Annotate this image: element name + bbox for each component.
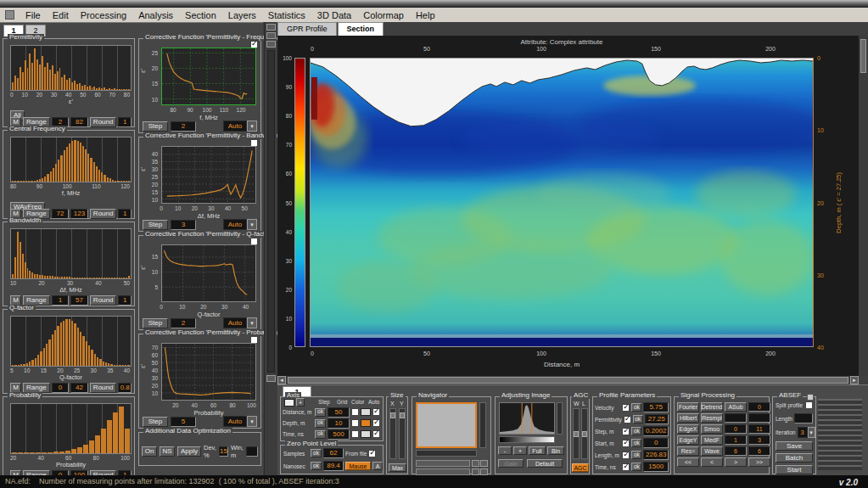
ok-button[interactable]: ok: [631, 427, 641, 435]
auto-checkbox[interactable]: [372, 419, 380, 427]
range-max-field[interactable]: 123: [70, 209, 88, 219]
scrollbar-thumb[interactable]: [860, 39, 866, 73]
add-axis-button[interactable]: +: [296, 398, 305, 407]
signal-edgey-button[interactable]: EdgeY: [677, 435, 699, 445]
apply-button[interactable]: Apply: [177, 446, 201, 457]
menu-statistics[interactable]: Statistics: [262, 9, 311, 21]
parameter-value-field[interactable]: 5.75: [643, 402, 669, 412]
vertical-scrollbar[interactable]: [267, 50, 275, 373]
ok-button[interactable]: ok: [631, 451, 641, 459]
navigator-vscroll[interactable]: [479, 402, 486, 448]
signal-value-field[interactable]: 6: [725, 446, 747, 456]
nanosec-field[interactable]: 89.4: [323, 461, 344, 471]
navigator-slider-button[interactable]: [472, 460, 479, 467]
round-button[interactable]: Round: [90, 209, 117, 219]
axis-color-swatch[interactable]: [361, 408, 371, 416]
step-field[interactable]: 5: [171, 417, 196, 427]
round-field[interactable]: 0.8: [118, 383, 132, 393]
signal-btn-button[interactable]: >: [725, 457, 747, 467]
strip-button[interactable]: [266, 32, 276, 39]
tab-gpr-profile[interactable]: GPR Profile: [277, 22, 337, 36]
signal-hilbert-button[interactable]: Hilbert: [677, 413, 699, 423]
menu-layers[interactable]: Layers: [222, 9, 262, 21]
on-button[interactable]: On: [142, 446, 157, 457]
signal-btn-button[interactable]: <<: [677, 457, 699, 467]
agc-l-slider[interactable]: [581, 408, 588, 459]
auto-combo[interactable]: Auto ▾: [223, 416, 257, 427]
signal-value-field[interactable]: 0: [748, 402, 770, 412]
round-field[interactable]: 1: [118, 209, 132, 219]
horizontal-scrollbar[interactable]: ◄ ►: [277, 376, 859, 384]
menu-processing[interactable]: Processing: [75, 9, 132, 21]
parameter-checkbox[interactable]: [622, 428, 630, 435]
tab-section[interactable]: Section: [338, 22, 384, 36]
menu-analysis[interactable]: Analysis: [132, 9, 179, 21]
signal-value-field[interactable]: 11: [748, 424, 770, 434]
save-button[interactable]: Save: [776, 441, 813, 451]
parameter-value-field[interactable]: 226.83: [643, 450, 669, 460]
step-field[interactable]: 3: [171, 220, 196, 230]
axis-color-swatch[interactable]: [284, 399, 294, 407]
signal-value-field[interactable]: 1: [725, 435, 747, 445]
ok-button[interactable]: ok: [311, 449, 322, 457]
menu-3d-data[interactable]: 3D Data: [311, 9, 357, 21]
axis-color-swatch[interactable]: [361, 430, 371, 438]
range-max-field[interactable]: 42: [70, 383, 88, 393]
scrollbar-thumb[interactable]: [288, 377, 848, 384]
start-button[interactable]: Start: [776, 465, 813, 474]
split-profile-checkbox[interactable]: [805, 401, 813, 409]
range-min-field[interactable]: 72: [52, 209, 70, 219]
chevron-down-icon[interactable]: ▾: [808, 427, 815, 438]
size-x-slider[interactable]: [389, 408, 396, 459]
range-min-field[interactable]: 1: [52, 295, 70, 306]
axis-step-field[interactable]: 500: [328, 429, 350, 440]
strip-button[interactable]: [266, 24, 276, 31]
a-button[interactable]: A: [372, 462, 383, 470]
ns-button[interactable]: NS: [160, 446, 175, 457]
chevron-down-icon[interactable]: ▾: [247, 121, 257, 132]
axis-step-field[interactable]: 50: [328, 407, 350, 418]
axis-step-field[interactable]: 10: [328, 418, 350, 429]
ok-button[interactable]: ok: [315, 408, 326, 417]
close-icon[interactable]: [807, 394, 814, 401]
signal-btn-button[interactable]: >>: [748, 457, 770, 467]
signal-smoo-button[interactable]: Smoo: [701, 424, 723, 434]
ok-button[interactable]: ok: [311, 462, 322, 470]
parameter-checkbox[interactable]: [622, 404, 630, 412]
ok-button[interactable]: ok: [633, 415, 643, 423]
round-button[interactable]: Round: [90, 383, 117, 393]
decrease-button[interactable]: -: [498, 446, 512, 455]
axis-color-swatch[interactable]: [361, 419, 371, 427]
increase-button[interactable]: +: [513, 446, 527, 455]
right-scrollbar[interactable]: [859, 36, 868, 376]
batch-button[interactable]: Batch: [776, 453, 813, 463]
chevron-down-icon[interactable]: ▾: [247, 317, 257, 328]
auto-combo[interactable]: Auto ▾: [223, 121, 257, 132]
signal-resmpl-button[interactable]: Resmpl: [701, 413, 723, 423]
signal-wave-button[interactable]: Wave: [701, 446, 723, 456]
slider-thumb[interactable]: [582, 431, 587, 437]
slider-thumb[interactable]: [574, 431, 579, 437]
navigator-preview[interactable]: [416, 402, 477, 448]
agc-w-slider[interactable]: [573, 408, 580, 459]
parameter-checkbox[interactable]: [624, 416, 631, 423]
signal-value-field[interactable]: [748, 413, 770, 423]
navigator-slider-button[interactable]: [480, 460, 488, 467]
from-file-checkbox[interactable]: [368, 450, 376, 457]
signal-value-field[interactable]: [725, 413, 747, 423]
ok-button[interactable]: ok: [315, 419, 326, 428]
round-button[interactable]: Round: [90, 295, 117, 306]
step-button[interactable]: Step: [143, 220, 168, 230]
parameter-value-field[interactable]: 1500: [643, 462, 669, 472]
ok-button[interactable]: ok: [315, 430, 326, 439]
dev-field[interactable]: 15: [219, 446, 228, 457]
parameter-value-field[interactable]: 0: [643, 438, 669, 448]
chevron-down-icon[interactable]: ▾: [247, 219, 257, 230]
default-button[interactable]: Default: [527, 459, 563, 468]
parameter-checkbox[interactable]: [622, 440, 630, 447]
signal-value-field[interactable]: 3: [748, 435, 770, 445]
strip-button[interactable]: [266, 41, 276, 48]
parameter-value-field[interactable]: 27.25: [645, 414, 669, 424]
auto-combo[interactable]: Auto ▾: [223, 317, 257, 328]
round-field[interactable]: 1: [118, 295, 132, 306]
